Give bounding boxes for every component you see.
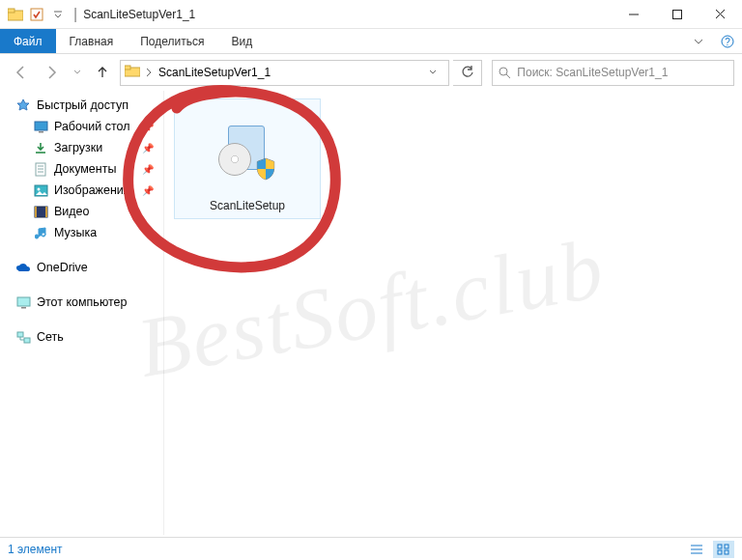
sidebar-quick-access[interactable]: Быстрый доступ: [0, 95, 163, 116]
recent-locations-icon[interactable]: [70, 59, 85, 86]
svg-rect-36: [725, 545, 728, 548]
sidebar-item-label: Сеть: [37, 330, 64, 344]
window-title: ScanLiteSetupVer1_1: [83, 8, 195, 21]
content-pane[interactable]: ScanLiteSetup: [164, 91, 742, 535]
pictures-icon: [33, 182, 48, 198]
svg-text:?: ?: [725, 37, 730, 47]
network-icon: [15, 329, 31, 345]
sidebar-item-music[interactable]: Музыка: [0, 222, 163, 243]
search-icon: [499, 67, 511, 79]
svg-rect-14: [35, 122, 47, 130]
svg-point-12: [499, 68, 507, 75]
svg-rect-26: [17, 297, 30, 306]
svg-rect-25: [45, 207, 47, 217]
properties-icon[interactable]: [27, 4, 46, 25]
sidebar-item-pictures[interactable]: Изображения 📌: [0, 180, 163, 201]
file-item-selected[interactable]: ScanLiteSetup: [174, 98, 321, 219]
sidebar-item-documents[interactable]: Документы 📌: [0, 158, 163, 180]
icons-view-button[interactable]: [713, 541, 734, 558]
svg-rect-37: [718, 550, 722, 554]
address-segment[interactable]: ScanLiteSetupVer1_1: [158, 66, 271, 79]
svg-rect-24: [35, 207, 37, 217]
sidebar-item-label: Изображения: [54, 183, 130, 197]
explorer-body: Быстрый доступ Рабочий стол 📌 Загрузки 📌…: [0, 91, 742, 535]
sidebar-item-label: Загрузки: [54, 141, 102, 154]
desktop-icon: [33, 119, 48, 134]
statusbar: 1 элемент: [0, 537, 742, 560]
file-name-label: ScanLiteSetup: [210, 199, 285, 212]
window-controls: [612, 0, 742, 29]
help-icon[interactable]: ?: [713, 29, 742, 53]
search-box[interactable]: Поиск: ScanLiteSetupVer1_1: [492, 60, 734, 86]
pin-icon: 📌: [142, 185, 154, 196]
videos-icon: [33, 204, 48, 219]
titlebar: | ScanLiteSetupVer1_1: [0, 0, 742, 29]
forward-button[interactable]: [39, 59, 66, 86]
star-icon: [15, 98, 31, 113]
search-placeholder: Поиск: ScanLiteSetupVer1_1: [517, 66, 668, 79]
sidebar-item-label: Рабочий стол: [54, 120, 129, 133]
ribbon-expand-icon[interactable]: [684, 29, 713, 53]
svg-rect-5: [672, 10, 681, 18]
address-bar[interactable]: ScanLiteSetupVer1_1: [120, 60, 449, 86]
sidebar-item-videos[interactable]: Видео: [0, 201, 163, 222]
back-button[interactable]: [8, 59, 35, 86]
address-dropdown-icon[interactable]: [421, 68, 444, 77]
uac-shield-icon: [253, 156, 278, 182]
svg-rect-1: [8, 9, 14, 13]
pin-icon: 📌: [142, 122, 154, 132]
minimize-button[interactable]: [612, 0, 655, 29]
svg-rect-35: [718, 545, 722, 548]
sidebar-item-label: Быстрый доступ: [37, 98, 128, 112]
sidebar-this-pc[interactable]: Этот компьютер: [0, 292, 163, 313]
item-count: 1 элемент: [8, 543, 63, 556]
svg-rect-38: [725, 550, 728, 554]
sidebar-item-downloads[interactable]: Загрузки 📌: [0, 137, 163, 158]
tab-share[interactable]: Поделиться: [127, 29, 217, 53]
tab-file[interactable]: Файл: [0, 29, 56, 53]
folder-icon: [125, 65, 140, 80]
svg-rect-29: [24, 338, 30, 343]
sidebar-item-label: OneDrive: [37, 261, 88, 274]
sidebar-item-label: Документы: [54, 162, 116, 176]
sidebar-item-label: Видео: [54, 205, 90, 218]
folder-icon: [6, 4, 25, 25]
svg-rect-2: [31, 9, 43, 20]
title-separator: |: [73, 6, 77, 23]
svg-rect-27: [21, 307, 26, 309]
qat-dropdown-icon[interactable]: [48, 4, 68, 25]
quick-access-toolbar: [0, 4, 68, 25]
sidebar-item-label: Этот компьютер: [37, 295, 127, 309]
details-view-button[interactable]: [686, 541, 707, 558]
installer-icon: [216, 120, 278, 182]
sidebar-onedrive[interactable]: OneDrive: [0, 257, 163, 278]
sidebar-item-label: Музыка: [54, 226, 97, 239]
music-icon: [33, 225, 48, 240]
svg-point-22: [37, 187, 40, 190]
pin-icon: 📌: [142, 143, 154, 154]
ribbon-tabs: Файл Главная Поделиться Вид ?: [0, 29, 742, 54]
maximize-button[interactable]: [655, 0, 699, 29]
navigation-bar: ScanLiteSetupVer1_1 Поиск: ScanLiteSetup…: [0, 54, 742, 91]
navigation-pane: Быстрый доступ Рабочий стол 📌 Загрузки 📌…: [0, 91, 164, 535]
tab-view[interactable]: Вид: [217, 29, 266, 53]
close-button[interactable]: [699, 0, 742, 29]
quick-access-group: Быстрый доступ Рабочий стол 📌 Загрузки 📌…: [0, 95, 163, 243]
svg-rect-15: [39, 131, 43, 133]
up-button[interactable]: [89, 59, 116, 86]
svg-rect-11: [125, 66, 130, 70]
onedrive-icon: [15, 260, 31, 275]
view-mode-switch: [686, 541, 734, 558]
sidebar-network[interactable]: Сеть: [0, 326, 163, 348]
documents-icon: [33, 161, 48, 177]
sidebar-item-desktop[interactable]: Рабочий стол 📌: [0, 116, 163, 137]
this-pc-icon: [15, 294, 31, 310]
tab-home[interactable]: Главная: [56, 29, 128, 53]
downloads-icon: [33, 140, 48, 155]
svg-line-13: [506, 74, 510, 78]
svg-rect-28: [17, 332, 23, 337]
pin-icon: 📌: [142, 164, 154, 175]
refresh-button[interactable]: [453, 60, 482, 86]
chevron-right-icon: [146, 68, 153, 77]
